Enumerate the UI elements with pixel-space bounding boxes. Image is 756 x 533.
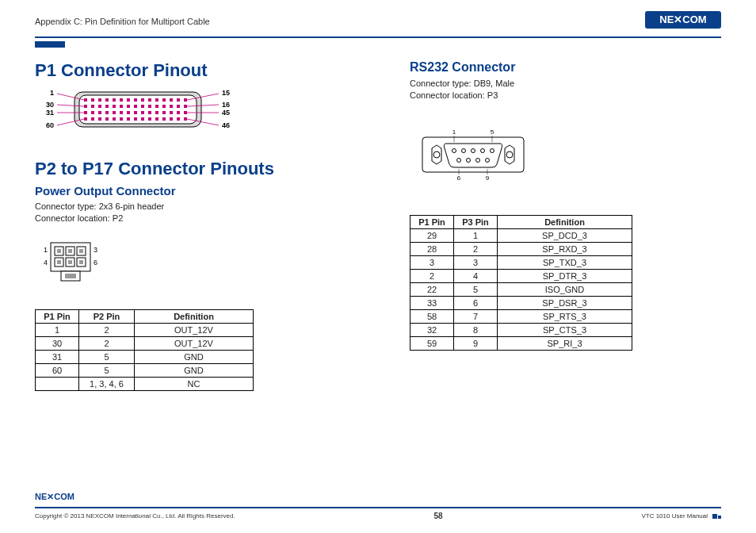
table-row: 328SP_CTS_3 bbox=[410, 323, 632, 336]
svg-rect-19 bbox=[84, 105, 87, 108]
table-row: 24SP_DTR_3 bbox=[410, 269, 632, 282]
page-number: 58 bbox=[433, 512, 442, 520]
table-cell: 59 bbox=[410, 336, 454, 350]
p2-th-p2pin: P2 Pin bbox=[79, 309, 135, 323]
table-cell: SP_RTS_3 bbox=[498, 309, 632, 323]
db9-connector-diagram: 1 5 6 9 bbox=[418, 125, 721, 191]
p2-pin-6: 6 bbox=[94, 259, 97, 266]
svg-point-91 bbox=[506, 151, 513, 158]
svg-rect-57 bbox=[141, 117, 144, 121]
svg-point-89 bbox=[433, 151, 440, 158]
table-cell: 8 bbox=[454, 323, 498, 336]
table-cell: 2 bbox=[79, 336, 135, 350]
table-cell: ISO_GND bbox=[498, 282, 632, 296]
p2-pin-1: 1 bbox=[44, 246, 48, 254]
table-cell: 2 bbox=[79, 323, 135, 336]
table-cell: 22 bbox=[410, 282, 454, 296]
svg-rect-36 bbox=[98, 111, 101, 114]
svg-point-97 bbox=[457, 158, 461, 162]
rs232-th-p1pin: P1 Pin bbox=[410, 215, 454, 228]
svg-rect-61 bbox=[170, 117, 173, 121]
page-header: Appendix C: Pin Definition for Multiport… bbox=[0, 0, 756, 32]
nexcom-logo: NE✕COM bbox=[645, 11, 721, 32]
svg-rect-5 bbox=[91, 98, 94, 102]
svg-point-100 bbox=[486, 158, 490, 162]
table-cell: 1 bbox=[454, 228, 498, 242]
svg-rect-12 bbox=[141, 98, 144, 102]
p2-th-def: Definition bbox=[135, 309, 254, 323]
svg-rect-82 bbox=[57, 260, 61, 264]
table-cell: 5 bbox=[454, 282, 498, 296]
db9-pin-1: 1 bbox=[452, 128, 456, 136]
svg-rect-40 bbox=[127, 111, 130, 114]
table-row: 33SP_TXD_3 bbox=[410, 255, 632, 269]
svg-point-94 bbox=[472, 148, 475, 152]
svg-point-98 bbox=[467, 158, 471, 162]
table-cell: 58 bbox=[410, 309, 454, 323]
table-cell: SP_CTS_3 bbox=[498, 323, 632, 336]
svg-rect-80 bbox=[68, 249, 72, 253]
svg-rect-83 bbox=[68, 260, 72, 264]
appendix-title: Appendix C: Pin Definition for Multiport… bbox=[35, 17, 210, 26]
svg-rect-28 bbox=[148, 105, 151, 108]
table-cell: 30 bbox=[36, 336, 79, 350]
svg-rect-23 bbox=[113, 105, 116, 108]
table-cell: SP_DTR_3 bbox=[498, 269, 632, 282]
svg-rect-37 bbox=[105, 111, 109, 114]
p1-connector-diagram: 1 30 31 60 15 16 45 46 bbox=[35, 86, 346, 144]
table-cell: 33 bbox=[410, 296, 454, 309]
db9-pin-6: 6 bbox=[457, 174, 461, 182]
table-row: 599SP_RI_3 bbox=[410, 336, 632, 350]
header-rule bbox=[35, 36, 721, 38]
svg-rect-27 bbox=[141, 105, 144, 108]
svg-rect-30 bbox=[162, 105, 166, 108]
table-cell: 2 bbox=[454, 242, 498, 255]
svg-rect-17 bbox=[177, 98, 180, 102]
svg-rect-4 bbox=[84, 98, 87, 102]
p2-p17-heading: P2 to P17 Connector Pinouts bbox=[35, 159, 346, 179]
table-cell: 3 bbox=[410, 255, 454, 269]
page-footer: NE✕COM Copyright © 2013 NEXCOM Internati… bbox=[35, 491, 721, 520]
svg-rect-50 bbox=[91, 117, 94, 121]
table-row: 587SP_RTS_3 bbox=[410, 309, 632, 323]
p1-pin-31: 31 bbox=[46, 109, 54, 117]
svg-rect-26 bbox=[134, 105, 137, 108]
svg-rect-62 bbox=[177, 117, 180, 121]
svg-rect-63 bbox=[184, 117, 187, 121]
corner-decoration-icon bbox=[712, 514, 721, 519]
svg-rect-52 bbox=[105, 117, 109, 121]
svg-rect-49 bbox=[84, 117, 87, 121]
table-cell: SP_RI_3 bbox=[498, 336, 632, 350]
table-cell: 9 bbox=[454, 336, 498, 350]
table-cell: NC bbox=[135, 377, 254, 390]
table-cell: GND bbox=[135, 363, 254, 377]
rs232-connector-location: Connector location: P3 bbox=[410, 90, 721, 102]
db9-pin-9: 9 bbox=[486, 174, 490, 182]
table-row: 302OUT_12V bbox=[36, 336, 254, 350]
svg-rect-11 bbox=[134, 98, 137, 102]
table-cell: 5 bbox=[79, 363, 135, 377]
svg-text:NE✕COM: NE✕COM bbox=[659, 13, 706, 25]
svg-rect-10 bbox=[127, 98, 130, 102]
header-tab bbox=[35, 41, 65, 48]
table-cell: 1, 3, 4, 6 bbox=[79, 377, 135, 390]
svg-rect-43 bbox=[148, 111, 151, 114]
table-cell: 28 bbox=[410, 242, 454, 255]
svg-rect-42 bbox=[141, 111, 144, 114]
svg-rect-16 bbox=[170, 98, 173, 102]
svg-rect-21 bbox=[98, 105, 101, 108]
content-columns: P1 Connector Pinout bbox=[0, 48, 756, 391]
table-row: 291SP_DCD_3 bbox=[410, 228, 632, 242]
table-cell: 5 bbox=[79, 350, 135, 363]
table-cell: SP_RXD_3 bbox=[498, 242, 632, 255]
p1-pin-46: 46 bbox=[222, 121, 230, 129]
svg-rect-34 bbox=[84, 111, 87, 114]
table-cell: SP_TXD_3 bbox=[498, 255, 632, 269]
p1-pin-15: 15 bbox=[222, 89, 230, 97]
table-cell: 60 bbox=[36, 363, 79, 377]
p2-table-body: 12OUT_12V302OUT_12V315GND605GND1, 3, 4, … bbox=[36, 323, 254, 390]
table-cell: GND bbox=[135, 350, 254, 363]
table-row: 282SP_RXD_3 bbox=[410, 242, 632, 255]
table-cell bbox=[36, 377, 79, 390]
svg-rect-41 bbox=[134, 111, 137, 114]
